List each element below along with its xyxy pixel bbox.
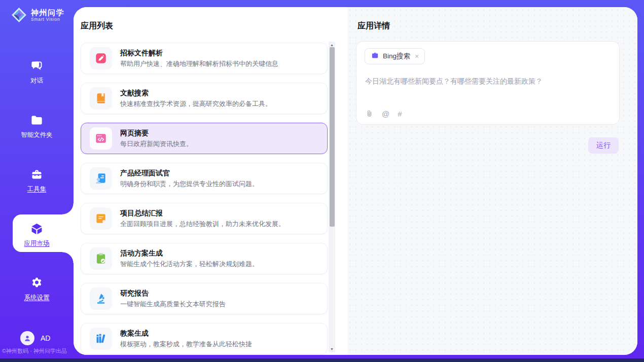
briefcase-icon [371,51,379,62]
sidebar: 神州问学 Smart Vision 对话 智能文件夹 工具集 应用市场 系统设置… [0,0,74,358]
scrollbar-track[interactable]: ▲ ▼ [329,42,335,352]
app-card[interactable]: 教案生成 模板驱动，教案秒成，教学准备从此轻松快捷 [81,323,328,354]
mention-icon[interactable]: @ [382,110,389,118]
gear-icon [30,276,44,290]
close-icon[interactable]: × [415,52,419,60]
chat-icon [30,59,44,73]
app-card[interactable]: 招标文件解析 帮助用户快速、准确地理解和解析招标书中的关键信息 [81,43,328,74]
brand-logo: 神州问学 Smart Vision [11,7,64,23]
paperclip-icon[interactable] [365,110,374,118]
scrollbar-thumb[interactable] [330,47,335,227]
sidebar-item-toolset[interactable]: 工具集 [0,164,74,194]
brand-name: 神州问学 [31,8,64,17]
books-icon [90,328,112,350]
doc-edit-icon [90,47,112,69]
toolbox-icon [30,168,44,182]
prompt-input[interactable]: 今日湖北有哪些新闻要点？有哪些需要关注的最新政策？ [365,77,611,86]
app-list-panel: 应用列表 招标文件解析 帮助用户快速、准确地理解和解析招标书中的关键信息 文献搜… [74,7,347,355]
browser-code-icon [90,127,112,150]
prompt-card: Bing搜索 × 今日湖北有哪些新闻要点？有哪些需要关注的最新政策？ @ # [356,41,620,125]
sidebar-item-smart-folder[interactable]: 智能文件夹 [0,110,74,139]
microscope-icon [90,287,112,310]
run-button[interactable]: 运行 [588,137,619,154]
brand-subtitle: Smart Vision [31,17,64,22]
user-account[interactable]: AD [20,331,50,345]
scroll-down-icon[interactable]: ▼ [329,346,335,352]
book-icon [90,87,112,110]
sidebar-nav: 对话 智能文件夹 工具集 应用市场 系统设置 [0,56,74,327]
main-content: 应用列表 招标文件解析 帮助用户快速、准确地理解和解析招标书中的关键信息 文献搜… [74,7,637,355]
copyright-footer: ©神州数码 · 神州问学出品 [2,347,67,355]
tool-chip-label: Bing搜索 [383,52,410,61]
app-detail-title: 应用详情 [357,21,390,31]
app-card[interactable]: 产品经理面试官 明确身份和职责，为您提供专业性的面试问题。 [81,163,328,194]
app-list: 招标文件解析 帮助用户快速、准确地理解和解析招标书中的关键信息 文献搜索 快速精… [81,43,328,355]
sidebar-item-app-market[interactable]: 应用市场 [0,219,74,248]
gem-icon [11,7,27,23]
prompt-toolbar: @ # [365,110,402,118]
person-doc-icon [90,167,112,190]
tool-chip-bing-search[interactable]: Bing搜索 × [365,48,425,64]
cube-icon [30,222,44,236]
app-list-title: 应用列表 [81,21,113,31]
folder-icon [30,114,44,127]
app-card[interactable]: 文献搜索 快速精准查找学术资源，提高研究效率的必备工具。 [81,83,328,114]
app-window: 神州问学 Smart Vision 对话 智能文件夹 工具集 应用市场 系统设置… [0,0,644,358]
app-card[interactable]: 项目总结汇报 全面回顾项目进展，总结经验教训，助力未来优化发展。 [81,203,328,234]
app-card[interactable]: 活动方案生成 智能生成个性化活动方案，轻松解决规划难题。 [81,243,328,274]
sidebar-item-chat[interactable]: 对话 [0,56,74,85]
hash-icon[interactable]: # [398,110,402,118]
app-card[interactable]: 研究报告 一键智能生成高质量长文本研究报告 [81,283,328,314]
user-icon [23,334,32,343]
note-icon [90,207,112,230]
clipboard-check-icon [90,247,112,270]
sidebar-item-settings[interactable]: 系统设置 [0,273,74,302]
app-card[interactable]: 网页摘要 每日政府新闻资讯快查。 [81,123,328,154]
app-detail-panel: 应用详情 Bing搜索 × 今日湖北有哪些新闻要点？有哪些需要关注的最新政策？ … [347,7,637,355]
user-name: AD [41,334,50,342]
avatar [20,331,34,345]
